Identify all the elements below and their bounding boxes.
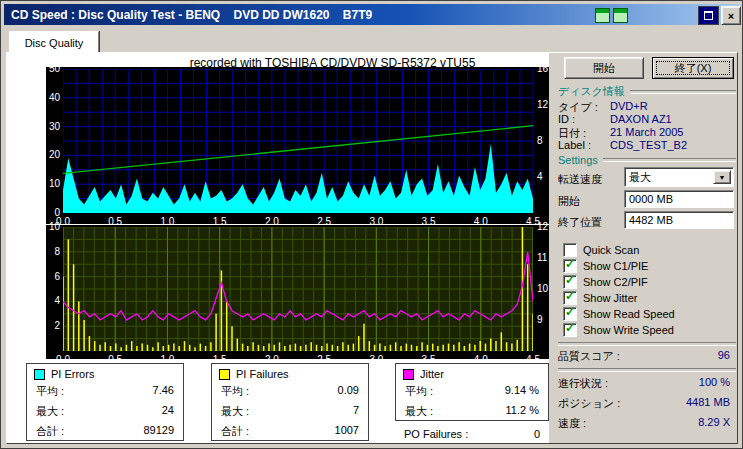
axis-tick-label: 2 bbox=[46, 320, 60, 332]
jitter-color-swatch bbox=[403, 369, 414, 380]
disc-label-row: Label : CDS_TEST_B2 bbox=[558, 139, 736, 151]
checkbox-box[interactable]: ✓ bbox=[563, 323, 577, 337]
close-icon: × bbox=[728, 10, 734, 22]
axis-tick-label: 4 bbox=[537, 171, 543, 183]
pi-errors-legend: PI Errors 平均 :7.46 最大 :24 合計 :89129 bbox=[26, 363, 184, 441]
stat-label: 最大 : bbox=[221, 404, 249, 419]
tab-label: Disc Quality bbox=[25, 37, 84, 49]
stat-value: 24 bbox=[162, 404, 174, 419]
stat-value: 9.14 % bbox=[505, 384, 539, 399]
checkbox-label: Show Write Speed bbox=[583, 324, 674, 336]
pi-failures-color-swatch bbox=[219, 369, 230, 380]
legend-row: 最大 :11.2 % bbox=[396, 401, 548, 421]
disc-id-label: ID : bbox=[558, 113, 610, 125]
combobox-dropdown-button[interactable]: ▼ bbox=[713, 170, 731, 184]
exit-button[interactable]: 終了(X) bbox=[652, 57, 734, 79]
checkbox-label: Show C1/PIE bbox=[583, 260, 648, 272]
quality-score-row: 品質スコア : 96 bbox=[558, 349, 730, 364]
jitter-legend: Jitter 平均 :9.14 % 最大 :11.2 % bbox=[395, 363, 549, 421]
legend-title: PI Failures bbox=[236, 368, 289, 380]
po-failures-label: PO Failures : bbox=[404, 428, 468, 440]
stat-value: 1007 bbox=[335, 424, 359, 439]
legend-row: 最大 :24 bbox=[27, 401, 183, 421]
axis-tick-label: 40 bbox=[46, 92, 60, 104]
section-rule bbox=[630, 90, 736, 94]
close-button[interactable]: × bbox=[721, 6, 741, 25]
axis-tick-label: 16 bbox=[537, 63, 548, 75]
green-window-icon-2[interactable] bbox=[613, 8, 628, 23]
axis-tick-label: 50 bbox=[46, 63, 60, 75]
checkbox-quick-scan[interactable]: ✓ Quick Scan bbox=[563, 243, 639, 256]
axis-tick-label: 8 bbox=[46, 246, 60, 258]
stat-label: 平均 : bbox=[221, 384, 249, 399]
checkbox-box[interactable]: ✓ bbox=[563, 243, 577, 257]
end-position-label: 終了位置 bbox=[558, 215, 602, 230]
progress-value: 100 % bbox=[699, 376, 730, 391]
stat-value: 11.2 % bbox=[506, 404, 539, 419]
pi-errors-plot-area bbox=[63, 69, 533, 213]
checkbox-show-c1-pie[interactable]: ✓ Show C1/PIE bbox=[563, 259, 648, 272]
maximize-icon bbox=[704, 11, 713, 20]
legend-header: Jitter bbox=[396, 364, 548, 381]
chevron-down-icon: ▼ bbox=[719, 174, 726, 181]
divider bbox=[558, 368, 736, 372]
po-failures-row: PO Failures : 0 bbox=[395, 428, 549, 440]
green-window-icon-1[interactable] bbox=[595, 8, 610, 23]
disc-label-value: CDS_TEST_B2 bbox=[610, 139, 687, 151]
stat-value: 89129 bbox=[143, 424, 174, 439]
stat-label: 平均 : bbox=[36, 384, 64, 399]
end-position-value: 4482 MB bbox=[629, 214, 673, 226]
po-failures-value: 0 bbox=[534, 428, 540, 440]
green-window-icon-bar bbox=[596, 9, 609, 13]
divider bbox=[558, 342, 736, 346]
checkbox-box[interactable]: ✓ bbox=[563, 275, 577, 289]
checkbox-box[interactable]: ✓ bbox=[563, 259, 577, 273]
position-row: ポジション : 4481 MB bbox=[558, 396, 730, 411]
end-position-field[interactable]: 4482 MB bbox=[624, 211, 734, 229]
axis-tick-label: 6 bbox=[46, 271, 60, 283]
pi-failures-plot-area bbox=[63, 227, 533, 351]
stat-label: 平均 : bbox=[405, 384, 433, 399]
checkbox-label: Quick Scan bbox=[583, 244, 639, 256]
title-bar[interactable]: CD Speed : Disc Quality Test - BENQ DVD … bbox=[4, 4, 739, 25]
transfer-rate-label: 転送速度 bbox=[558, 172, 602, 187]
check-icon: ✓ bbox=[565, 257, 575, 271]
legend-row: 平均 :7.46 bbox=[27, 381, 183, 401]
tab-disc-quality[interactable]: Disc Quality bbox=[9, 31, 99, 54]
axis-tick-label: 10 bbox=[46, 178, 60, 190]
focus-rect bbox=[656, 61, 730, 75]
axis-tick-label: 4 bbox=[46, 295, 60, 307]
checkbox-box[interactable]: ✓ bbox=[563, 307, 577, 321]
legend-title: PI Errors bbox=[51, 368, 94, 380]
green-window-icon-bar bbox=[614, 9, 627, 13]
checkbox-show-jitter[interactable]: ✓ Show Jitter bbox=[563, 291, 637, 304]
start-button-label: 開始 bbox=[593, 61, 615, 76]
check-icon: ✓ bbox=[565, 289, 575, 303]
stat-value: 0.09 bbox=[338, 384, 359, 399]
checkbox-label: Show Read Speed bbox=[583, 308, 675, 320]
progress-row: 進行状況 : 100 % bbox=[558, 376, 730, 391]
legend-row: 合計 :89129 bbox=[27, 421, 183, 441]
checkbox-show-c2-pif[interactable]: ✓ Show C2/PIF bbox=[563, 275, 648, 288]
checkbox-label: Show C2/PIF bbox=[583, 276, 648, 288]
stat-label: 最大 : bbox=[405, 404, 433, 419]
progress-label: 進行状況 : bbox=[558, 376, 608, 391]
checkbox-show-read-speed[interactable]: ✓ Show Read Speed bbox=[563, 307, 675, 320]
checkbox-show-write-speed[interactable]: ✓ Show Write Speed bbox=[563, 323, 674, 336]
transfer-rate-combobox[interactable]: 最大 ▼ bbox=[624, 167, 734, 187]
pi-errors-chart: 504030201001612840.00.51.01.52.02.53.03.… bbox=[46, 67, 549, 224]
check-icon: ✓ bbox=[565, 321, 575, 335]
start-position-label: 開始 bbox=[558, 194, 580, 209]
checkbox-box[interactable]: ✓ bbox=[563, 291, 577, 305]
stat-value: 7.46 bbox=[153, 384, 174, 399]
legend-row: 合計 :1007 bbox=[212, 421, 368, 441]
start-button[interactable]: 開始 bbox=[564, 57, 644, 79]
window-title: CD Speed : Disc Quality Test - BENQ DVD … bbox=[4, 8, 372, 22]
disc-id-value: DAXON AZ1 bbox=[610, 113, 672, 125]
axis-tick-label: 30 bbox=[46, 121, 60, 133]
axis-tick-label: 9 bbox=[537, 314, 543, 326]
start-position-field[interactable]: 0000 MB bbox=[624, 190, 734, 208]
legend-title: Jitter bbox=[420, 368, 444, 380]
maximize-button[interactable] bbox=[698, 6, 719, 25]
start-position-value: 0000 MB bbox=[629, 193, 673, 205]
